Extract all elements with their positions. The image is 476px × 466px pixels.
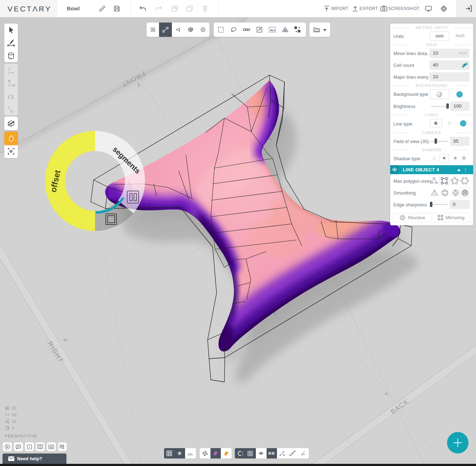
svg-text:ALL: ALL bbox=[270, 29, 276, 32]
svg-text:3: 3 bbox=[285, 29, 286, 32]
